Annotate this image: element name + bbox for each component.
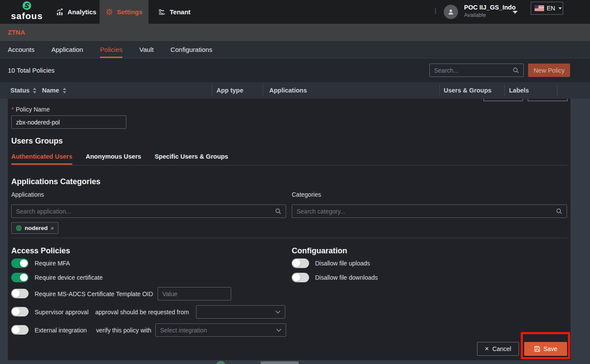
require-mfa-toggle[interactable] <box>11 259 29 268</box>
cropped-button-outline <box>484 99 523 101</box>
toggle-label: External integration <box>35 323 87 337</box>
tabs-divider <box>11 165 567 166</box>
chevron-down-icon <box>276 329 281 332</box>
toggle-label: Require MFA <box>35 259 70 268</box>
integration-select[interactable]: Select integration <box>155 323 286 337</box>
cancel-button[interactable]: × Cancel <box>477 342 519 356</box>
supervisor-approval-toggle[interactable] <box>11 307 29 316</box>
toggle-row-require-device-certificate: Require device certificate <box>11 273 288 282</box>
top-navigation-bar: safous Analytics Settin <box>0 0 590 24</box>
toggle-label: Require device certificate <box>35 273 103 282</box>
cropped-button-outline <box>528 99 567 101</box>
column-header-status[interactable]: Status <box>10 82 36 99</box>
nav-tab-tenant[interactable]: Tenant <box>158 0 190 24</box>
tag-label: nodered <box>25 225 48 231</box>
tenant-hand-key-icon <box>158 8 166 16</box>
language-caret-icon <box>558 7 562 10</box>
applications-categories-heading: Applications Categories <box>11 177 100 186</box>
user-status: Available <box>464 12 516 18</box>
user-menu-caret-icon[interactable] <box>513 11 518 14</box>
nav-tab-analytics[interactable]: Analytics <box>56 0 97 24</box>
subtab-application[interactable]: Application <box>52 41 83 58</box>
toggle-row-disallow-downloads: Disallow file downloads <box>292 273 465 282</box>
tab-specific-users-groups[interactable]: Specific Users & Groups <box>155 153 228 162</box>
require-device-certificate-toggle[interactable] <box>11 273 29 282</box>
column-header-name[interactable]: Name <box>42 82 66 99</box>
nav-tab-label: Tenant <box>170 8 190 16</box>
application-search-field <box>11 204 286 218</box>
module-label: ZTNA <box>8 24 590 41</box>
topbar-divider: | <box>435 6 436 15</box>
column-separator <box>439 85 440 96</box>
column-separator <box>263 85 263 96</box>
approver-select[interactable] <box>196 305 285 319</box>
configuration-heading: Configuaration <box>292 246 347 255</box>
selected-application-tag: nodered × <box>11 222 58 234</box>
column-header-labels: Labels <box>509 82 529 99</box>
users-groups-tabs: Authenticated Users Anonymous Users Spec… <box>11 153 228 162</box>
module-band: ZTNA <box>0 24 590 41</box>
save-button[interactable]: Save <box>524 342 567 356</box>
tab-authenticated-users[interactable]: Authenticated Users <box>11 153 72 162</box>
access-policies-heading: Access Policies <box>11 246 70 255</box>
chevron-down-icon <box>275 310 280 314</box>
subtab-accounts[interactable]: Accounts <box>8 41 35 58</box>
policy-edit-area: *Policy Name Users Groups Authenticated … <box>0 99 590 364</box>
disallow-file-uploads-toggle[interactable] <box>292 259 309 268</box>
column-header-users-groups: Users & Groups <box>444 82 491 99</box>
nav-tab-label: Analytics <box>68 8 97 16</box>
cropped-next-row <box>0 360 590 364</box>
new-policy-button[interactable]: New Policy <box>528 64 570 77</box>
user-name: POC IIJ_GS_Indo <box>464 4 516 11</box>
policy-name-label: *Policy Name <box>11 106 50 113</box>
toggle-row-disallow-uploads: Disallow file uploads <box>292 259 465 268</box>
application-search-input[interactable] <box>16 208 271 215</box>
approval-helper-text: approval should be requested from <box>95 305 189 319</box>
gear-icon <box>106 8 113 16</box>
nav-tab-label: Settings <box>117 8 142 16</box>
cropped-row-element <box>261 361 299 364</box>
language-label: EN <box>547 5 555 12</box>
safous-logo[interactable]: safous <box>6 0 48 24</box>
ztna-subtab-bar: Accounts Application Policies Vault Conf… <box>0 41 590 58</box>
subtab-configurations[interactable]: Configurations <box>171 41 213 58</box>
policies-table-header: Status Name App type Applications Users … <box>0 82 590 99</box>
toggle-row-ms-adcs-oid: Require MS-ADCS Certificate Template OID <box>11 287 288 300</box>
person-icon <box>447 8 455 16</box>
user-info[interactable]: POC IIJ_GS_Indo Available <box>464 4 516 18</box>
total-policies-count: 10 Total Policies <box>8 67 55 74</box>
sort-icon[interactable] <box>33 88 36 93</box>
users-groups-heading: Users Groups <box>11 137 63 146</box>
categories-label: Categories <box>292 191 321 198</box>
language-selector[interactable]: EN <box>531 2 563 15</box>
policy-name-input[interactable] <box>11 115 126 129</box>
category-search-input[interactable] <box>297 208 552 215</box>
column-header-app-type: App type <box>216 82 243 99</box>
us-flag-icon <box>535 5 544 11</box>
ms-adcs-oid-toggle[interactable] <box>11 289 29 298</box>
nav-tab-settings[interactable]: Settings <box>100 0 148 24</box>
toggle-label: Disallow file downloads <box>315 273 378 282</box>
toggle-label: Disallow file uploads <box>315 259 370 268</box>
toggle-row-require-mfa: Require MFA <box>11 259 288 268</box>
column-separator <box>212 85 212 96</box>
subtab-policies[interactable]: Policies <box>100 41 123 58</box>
user-avatar[interactable] <box>444 5 458 19</box>
subtab-vault[interactable]: Vault <box>139 41 154 58</box>
tab-anonymous-users[interactable]: Anonymous Users <box>86 153 141 162</box>
column-header-applications: Applications <box>269 82 307 99</box>
disallow-file-downloads-toggle[interactable] <box>292 273 309 282</box>
search-icon <box>556 208 562 214</box>
section-divider <box>11 238 567 238</box>
policies-search-input[interactable] <box>434 67 509 74</box>
globe-icon <box>16 225 22 231</box>
oid-value-input[interactable] <box>158 287 231 300</box>
sort-icon[interactable] <box>63 88 66 93</box>
external-integration-toggle[interactable] <box>11 325 29 335</box>
remove-tag-icon[interactable]: × <box>50 225 54 231</box>
policy-edit-panel: *Policy Name Users Groups Authenticated … <box>8 99 571 360</box>
close-icon: × <box>485 345 489 353</box>
safous-swirl-icon <box>22 1 32 10</box>
applications-label: Applications <box>11 191 44 198</box>
category-search-field <box>292 204 567 218</box>
